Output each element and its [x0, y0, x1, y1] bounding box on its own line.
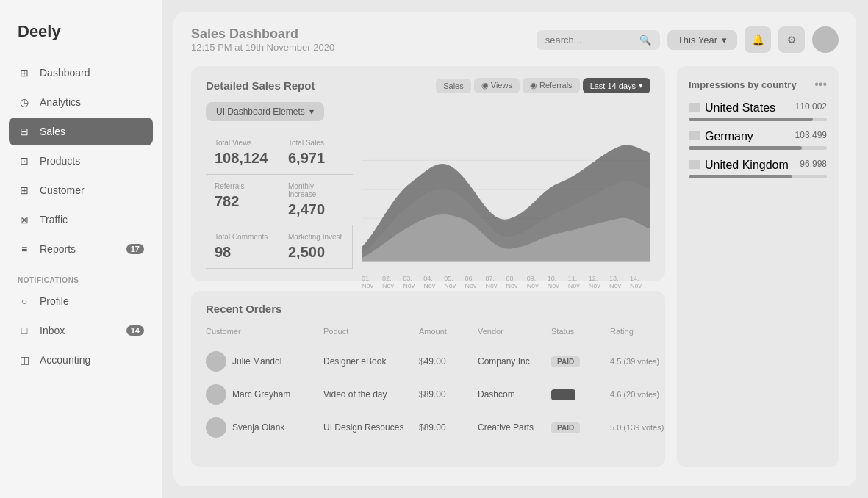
page-subtitle: 12:15 PM at 19th November 2020 — [191, 42, 334, 53]
dropdown-button[interactable]: UI Dashboard Elemets ▾ — [206, 102, 324, 121]
x-axis-label: 06. Nov — [465, 275, 485, 289]
sales-chart — [362, 131, 650, 269]
amount: $49.00 — [419, 356, 478, 367]
impressions-header: Impressions by country ••• — [689, 78, 827, 91]
countries-list: United States 110,002 Germany 103,499 Un… — [689, 101, 827, 178]
app-logo: Deely — [0, 15, 162, 59]
table-col-header: Poduct — [323, 327, 419, 336]
chart-container: 01. Nov02. Nov03. Nov04. Nov05. Nov06. N… — [353, 131, 650, 269]
left-column: Detailed Sales Repot Sales ◉ Views ◉ Ref… — [191, 66, 665, 467]
stat-item-0: Total Views108,124 — [206, 131, 279, 175]
sidebar-item-products[interactable]: ⊡Products — [9, 147, 153, 175]
stat-item-2: Referrals782 — [206, 175, 279, 225]
customer-name: Svenja Olank — [232, 422, 284, 433]
status-badge — [551, 389, 575, 400]
stat-item-1: Total Sales6,971 — [279, 131, 353, 175]
filter-tab-referrals[interactable]: ◉ Referrals — [523, 78, 580, 93]
settings-button[interactable]: ⚙ — [778, 26, 805, 53]
bottom-nav: ○Profile□Inbox14◫Accounting — [0, 287, 162, 374]
sidebar-label: Profile — [40, 295, 69, 307]
stat-item-4: Total Comments98 — [206, 225, 279, 269]
sidebar-label: Products — [40, 155, 80, 167]
sidebar-item-sales[interactable]: ⊟Sales — [9, 118, 153, 145]
x-axis-label: 14. Nov — [630, 275, 650, 289]
page-header: Sales Dashboard 12:15 PM at 19th Novembe… — [191, 26, 839, 53]
progress-fill — [689, 146, 802, 150]
table-body: Julie Mandol Designer eBook $49.00 Compa… — [206, 345, 650, 444]
country-row: Germany 103,499 — [689, 130, 827, 150]
filter-tabs: Sales ◉ Views ◉ Referrals Last 14 days ▾ — [436, 78, 650, 93]
stat-label: Monthly Increase — [288, 182, 344, 198]
referrals-icon: ◉ — [530, 81, 537, 90]
x-axis-label: 07. Nov — [485, 275, 506, 289]
search-input[interactable] — [545, 35, 634, 46]
content-grid: Detailed Sales Repot Sales ◉ Views ◉ Ref… — [191, 66, 839, 467]
avatar[interactable] — [812, 26, 839, 53]
days-filter-button[interactable]: Last 14 days ▾ — [583, 78, 650, 93]
sidebar-label: Inbox — [40, 325, 65, 336]
impressions-card: Impressions by country ••• United States… — [677, 66, 839, 467]
sidebar-item-customer[interactable]: ⊞Customer — [9, 176, 153, 204]
country-value: 110,002 — [795, 101, 827, 115]
x-axis-label: 13. Nov — [609, 275, 630, 289]
stat-item-3: Monthly Increase2,470 — [279, 175, 353, 225]
stat-value: 2,470 — [288, 201, 344, 218]
stat-label: Referrals — [215, 182, 270, 190]
badge-reports: 17 — [126, 244, 144, 254]
sidebar-item-accounting[interactable]: ◫Accounting — [9, 346, 153, 374]
traffic-icon: ⊠ — [18, 213, 31, 226]
status-badge: PAID — [551, 356, 580, 367]
progress-bar — [689, 146, 827, 150]
sidebar-item-reports[interactable]: ≡Reports17 — [9, 235, 153, 263]
chevron-down-icon: ▾ — [639, 81, 643, 90]
table-col-header: Amount — [419, 327, 478, 336]
country-value: 96,998 — [800, 159, 827, 172]
stat-value: 2,500 — [288, 244, 343, 261]
x-axis-label: 11. Nov — [568, 275, 589, 289]
status-cell: PAID — [551, 356, 610, 367]
dashboard-icon: ⊞ — [18, 66, 31, 79]
recent-orders-card: Recent Orders CustomerPoductAmountVendor… — [191, 291, 665, 467]
sidebar-item-profile[interactable]: ○Profile — [9, 287, 153, 315]
search-icon: 🔍 — [639, 35, 651, 46]
country-value: 103,499 — [795, 130, 827, 143]
country-row: United Kingdom 96,998 — [689, 159, 827, 178]
main-inner: Sales Dashboard 12:15 PM at 19th Novembe… — [173, 12, 856, 486]
sidebar-item-inbox[interactable]: □Inbox14 — [9, 317, 153, 344]
avatar — [206, 384, 226, 405]
stat-label: Total Comments — [215, 233, 270, 241]
more-options-button[interactable]: ••• — [814, 78, 827, 91]
stat-value: 782 — [215, 193, 270, 210]
sidebar-label: Analytics — [40, 96, 81, 108]
year-filter-button[interactable]: This Year ▾ — [667, 30, 737, 50]
page-title: Sales Dashboard — [191, 26, 334, 42]
filter-tab-sales[interactable]: Sales — [436, 79, 471, 93]
status-cell: PAID — [551, 422, 610, 433]
card-header: Detailed Sales Repot Sales ◉ Views ◉ Ref… — [206, 78, 650, 93]
country-flag — [689, 160, 700, 169]
country-row: United States 110,002 — [689, 101, 827, 121]
vendor-name: Company Inc. — [478, 356, 551, 367]
sidebar-item-analytics[interactable]: ◷Analytics — [9, 88, 153, 116]
reports-icon: ≡ — [18, 242, 31, 256]
notification-button[interactable]: 🔔 — [745, 26, 771, 53]
x-axis-label: 09. Nov — [527, 275, 548, 289]
sidebar-item-traffic[interactable]: ⊠Traffic — [9, 206, 153, 234]
year-label: This Year — [678, 35, 717, 46]
customer-icon: ⊞ — [18, 184, 31, 197]
customer-cell: Svenja Olank — [206, 417, 323, 438]
impressions-title: Impressions by country — [689, 79, 797, 90]
vendor-name: Creative Parts — [478, 422, 551, 433]
x-axis-label: 10. Nov — [548, 275, 568, 289]
filter-tab-views[interactable]: ◉ Views — [474, 78, 520, 93]
table-row: Julie Mandol Designer eBook $49.00 Compa… — [206, 345, 650, 378]
search-box[interactable]: 🔍 — [537, 30, 660, 50]
orders-title: Recent Orders — [206, 303, 650, 315]
header-right: 🔍 This Year ▾ 🔔 ⚙ — [537, 26, 839, 53]
table-row: Marc Greyham Video of the day $89.00 Das… — [206, 378, 650, 411]
stat-value: 6,971 — [288, 150, 344, 167]
chevron-down-icon: ▾ — [309, 107, 314, 117]
sidebar-label: Traffic — [40, 214, 68, 225]
sidebar-item-dashboard[interactable]: ⊞Dashboard — [9, 59, 153, 87]
amount: $89.00 — [419, 422, 478, 433]
